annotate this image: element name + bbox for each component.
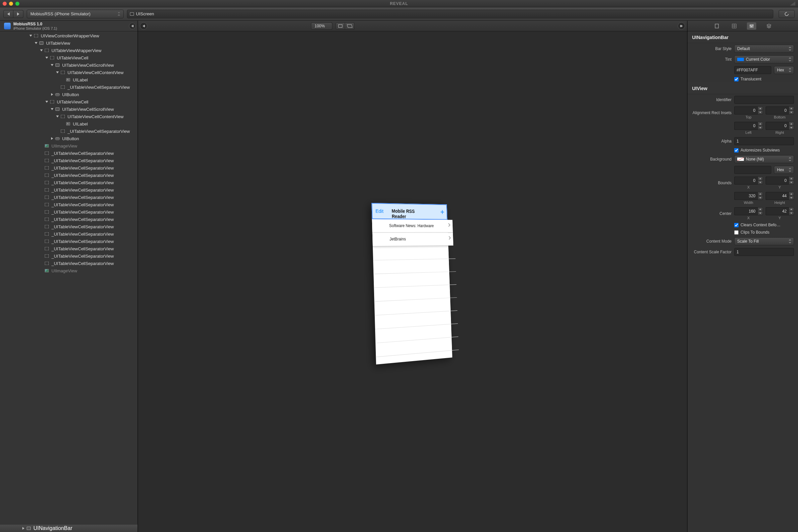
tree-row[interactable]: _UITableViewCellSeparatorView [0,252,138,260]
tree-row[interactable]: _UITableViewCellSeparatorView [0,238,138,245]
tree-row[interactable]: UILabel [0,120,138,128]
tree-label: UILabel [73,121,88,127]
tree-row[interactable]: UILabel [0,76,138,83]
tab-identity[interactable] [712,22,722,30]
tree-row[interactable]: UITableViewWrapperView [0,47,138,54]
tree-row[interactable]: _UITableViewCellSeparatorView [0,223,138,230]
bounds-x-stepper[interactable]: 0 [734,176,763,185]
bounds-w-stepper[interactable]: 320 [734,192,763,200]
tree-row[interactable]: UITableViewCellContentView [0,69,138,76]
tree-label: _UITableViewCellSeparatorView [68,85,130,90]
tree-row[interactable]: UIButton [0,91,138,98]
inset-right-stepper[interactable]: 0 [766,122,794,130]
tint-hex-input[interactable]: #FF007AFF [734,66,771,74]
tree-row[interactable]: UIImageView [0,142,138,150]
content-mode-select[interactable]: Scale To Fill [734,237,794,245]
box-icon [45,49,49,52]
tree-row[interactable]: _UITableViewCellSeparatorView [0,179,138,186]
bounds-y-stepper[interactable]: 0 [766,176,794,185]
center-x-stepper[interactable]: 160 [734,207,763,215]
tree-row[interactable]: _UITableViewCellSeparatorView [0,245,138,252]
svg-point-10 [752,24,753,25]
bg-hex-input[interactable] [734,166,771,174]
tree-row[interactable]: _UITableViewCellSeparatorView [0,164,138,172]
center-y-stepper[interactable]: 42 [766,207,794,215]
box-icon [34,34,38,37]
zoom-dropdown[interactable]: 100% [311,22,333,30]
tree-row[interactable]: _UITableViewCellSeparatorView [0,260,138,267]
tree-row[interactable]: UIButton [0,135,138,142]
background-color-select[interactable]: None (Nil) [734,155,794,163]
tree-row[interactable]: UITableView [0,39,138,47]
alpha-input[interactable]: 1 [734,137,794,145]
zoom-window-button[interactable] [15,2,19,6]
tree-row[interactable]: _UITableViewCellSeparatorView [0,194,138,201]
breadcrumb-field[interactable]: UIScreen [127,10,773,18]
bg-format-select[interactable]: Hex [774,166,794,174]
tint-color-select[interactable]: Current Color [734,55,794,63]
inset-left-stepper[interactable]: 0 [734,122,763,130]
disclosure-open-icon [51,64,53,66]
tab-attributes[interactable] [747,22,756,30]
inset-top-stepper[interactable]: 0 [734,107,763,114]
sliders-icon [749,23,754,29]
clears-context-checkbox[interactable]: Clears Context Befo… [734,223,794,227]
app-subtitle: iPhone Simulator (iOS 7.1) [13,26,57,31]
tree-row[interactable]: _UITableViewCellSeparatorView [0,128,138,135]
tree-row[interactable]: UITableViewCellScrollView [0,106,138,113]
tree-row-selected[interactable]: UINavigationBar [0,525,138,532]
tree-label: UINavigationBar [33,525,72,531]
translucent-checkbox[interactable]: Translucent [734,77,794,81]
box-icon [45,247,49,250]
box-icon [50,100,54,103]
canvas-3d-area[interactable]: Edit Mobile RSS Reader + Software News: … [138,31,687,532]
expand-left-button[interactable] [140,22,147,30]
tree-label: _UITableViewCellSeparatorView [51,232,114,236]
tree-row[interactable]: _UITableViewCellSeparatorView [0,83,138,91]
tree-row[interactable]: _UITableViewCellSeparatorView [0,201,138,208]
bar-style-select[interactable]: Default [734,45,794,53]
tree-row[interactable]: UITableViewCell [0,98,138,106]
box-icon [45,240,49,243]
view-hierarchy-tree[interactable]: UIViewControllerWrapperViewUITableViewUI… [0,31,138,525]
refresh-button[interactable] [779,10,795,18]
clips-bounds-checkbox[interactable]: Clips To Bounds [734,230,794,235]
forward-button[interactable] [13,10,23,18]
bounds-h-stepper[interactable]: 44 [766,192,794,200]
tree-label: UIButton [62,92,79,97]
tree-row[interactable]: UIImageView [0,267,138,274]
tree-row[interactable]: UITableViewCell [0,54,138,61]
back-button[interactable] [3,10,13,18]
tree-row[interactable]: _UITableViewCellSeparatorView [0,230,138,238]
identifier-input[interactable] [734,96,794,104]
view-mode-2d-button[interactable] [336,22,345,30]
tree-row[interactable]: _UITableViewCellSeparatorView [0,186,138,194]
tab-layers[interactable] [764,22,774,30]
tree-row[interactable]: _UITableViewCellSeparatorView [0,150,138,157]
tint-format-select[interactable]: Hex [774,66,794,74]
box-icon [45,203,49,206]
tree-row[interactable]: UITableViewCellContentView [0,113,138,120]
tree-label: _UITableViewCellSeparatorView [51,239,114,244]
tab-layout[interactable] [729,22,739,30]
tree-row[interactable]: _UITableViewCellSeparatorView [0,208,138,215]
tree-label: UITableViewWrapperView [51,48,102,53]
tree-label: _UITableViewCellSeparatorView [51,202,114,207]
tree-row[interactable]: _UITableViewCellSeparatorView [0,215,138,223]
expand-right-button[interactable] [678,22,685,30]
main-toolbar: MobiusRSS (iPhone Simulator) UIScreen [0,7,798,21]
disclosure-open-icon [56,72,59,73]
tree-row[interactable]: _UITableViewCellSeparatorView [0,172,138,179]
inset-bottom-stepper[interactable]: 0 [766,107,794,114]
minimize-window-button[interactable] [9,2,13,6]
content-scale-input[interactable]: 1 [734,248,794,256]
tree-row[interactable]: UITableViewCellScrollView [0,61,138,69]
box-icon [45,159,49,162]
autoresize-checkbox[interactable]: Autoresizes Subviews [734,148,794,153]
close-window-button[interactable] [3,2,7,6]
tree-row[interactable]: _UITableViewCellSeparatorView [0,157,138,164]
view-mode-3d-button[interactable] [345,22,355,30]
collapse-pane-button[interactable] [129,23,135,30]
tree-row[interactable]: UIViewControllerWrapperView [0,32,138,39]
process-dropdown[interactable]: MobiusRSS (iPhone Simulator) [27,10,124,18]
